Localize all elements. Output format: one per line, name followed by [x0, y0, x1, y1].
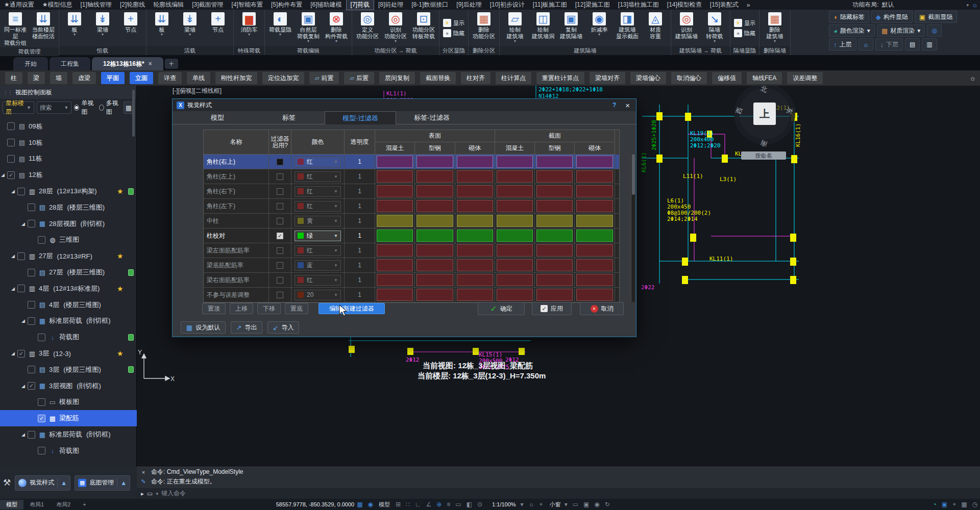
add-icon[interactable]: +: [952, 501, 956, 508]
toolbar-gear-icon[interactable]: ☼: [969, 74, 976, 82]
tree-checkbox[interactable]: [17, 252, 25, 260]
menu-item[interactable]: [2]轮廓线: [116, 0, 149, 10]
tree-checkbox[interactable]: [38, 398, 45, 406]
star-floor-dropdown[interactable]: 星标楼层▼: [3, 101, 34, 114]
panel-button-视觉样式[interactable]: 视觉样式▲: [15, 475, 70, 491]
filter-row-角柱(左下)[interactable]: 角柱(左下)红▼1: [204, 199, 619, 214]
menu-item[interactable]: [6]辅助建模: [306, 0, 346, 10]
layout-tab-布局1[interactable]: 布局1: [23, 500, 50, 509]
tree-checkbox[interactable]: ✓: [7, 171, 15, 179]
ribbon-button-建筑墙显示截面[interactable]: ◨建筑墙显示截面: [614, 11, 641, 45]
tree-item-28层视图[interactable]: ◢▦28层视图(剖切框): [0, 216, 137, 232]
star-icon[interactable]: ★: [117, 285, 124, 293]
filter-row-角柱(右下)[interactable]: 角柱(右下)红▼1: [204, 184, 619, 199]
ribbon-toggle-隐藏[interactable]: ●隐藏: [734, 29, 755, 37]
expander-icon[interactable]: ◢: [11, 189, 15, 194]
ribbon-button-材质容重[interactable]: ◬材质容重: [642, 11, 669, 45]
tree-checkbox[interactable]: [7, 139, 15, 146]
tool-梁[interactable]: 梁: [28, 72, 45, 84]
single-view-radio[interactable]: 单视图: [74, 99, 96, 116]
ribbon-button-自然层荷载复制[interactable]: ▣自然层荷载复制▾: [295, 11, 322, 45]
help-button[interactable]: ?: [608, 101, 620, 109]
tool-柱计算点[interactable]: 柱计算点: [496, 72, 531, 84]
layer-badge-icon[interactable]: [128, 334, 134, 341]
menu-item[interactable]: [12]梁施工图: [571, 0, 614, 10]
dialog-tab-标签[interactable]: 标签: [253, 111, 325, 124]
io-button-导出[interactable]: ↗导出: [231, 321, 262, 334]
color-dropdown[interactable]: 蓝▼: [295, 260, 341, 271]
ribbon-button-节点[interactable]: +节点: [204, 11, 232, 45]
layout-tab-+[interactable]: +: [77, 500, 92, 508]
dialog-close-icon[interactable]: ×: [623, 101, 632, 110]
tree-item-梁配筋[interactable]: ✓▩梁配筋: [0, 410, 137, 426]
filter-enabled-checkbox[interactable]: ✓: [277, 233, 283, 239]
doc-tab-12栋13栋16栋*[interactable]: 12栋13栋16栋*×: [92, 57, 163, 70]
expander-icon[interactable]: ◢: [11, 253, 15, 259]
tree-checkbox[interactable]: [17, 285, 25, 292]
confirm-button-应用[interactable]: ✓应用: [532, 302, 572, 315]
track-icon[interactable]: ⊙: [477, 501, 482, 508]
layout-value[interactable]: 默认: [882, 1, 964, 9]
confirm-button-取消[interactable]: ×取消: [580, 302, 624, 315]
panel-grip-icon[interactable]: ⋮⋮: [3, 90, 12, 95]
crosshair-icon[interactable]: +: [540, 501, 543, 508]
order-button-置底[interactable]: 置底: [285, 303, 308, 314]
ribbon-button-删除构件荷载[interactable]: ⊗删除构件荷载▾: [323, 11, 350, 45]
menu-item[interactable]: ★模型信息: [38, 0, 77, 10]
color-dropdown[interactable]: 20▼: [295, 290, 341, 300]
ribbon-button-折减率[interactable]: ◉折减率▾: [585, 11, 613, 45]
tree-item-27层[interactable]: ▤27层(楼层三维图): [0, 264, 137, 280]
构件显隐-button[interactable]: ◆构件显隐: [871, 11, 913, 23]
filter-row-柱校对[interactable]: 柱校对✓绿▼1: [204, 228, 619, 243]
menu-item[interactable]: »: [743, 1, 754, 9]
tree-item-模板图[interactable]: ▭模板图: [0, 394, 137, 411]
截面显隐-button[interactable]: ▣截面显隐: [915, 11, 957, 23]
tree-item-27层[interactable]: ◢▥27层(12#13#RF)★: [0, 248, 137, 264]
menu-item[interactable]: [1]轴线管理: [77, 0, 116, 10]
tree-checkbox[interactable]: [28, 431, 35, 439]
tool-立面[interactable]: 立面: [130, 72, 153, 84]
arrow-up-icon[interactable]: ▲: [120, 479, 127, 487]
color-dropdown[interactable]: 黄▼: [295, 216, 341, 226]
filter-enabled-checkbox[interactable]: [277, 173, 283, 180]
filter-enabled-checkbox[interactable]: [277, 188, 283, 195]
tool-刚性杆加宽[interactable]: 刚性杆加宽: [215, 72, 257, 84]
颜色渲染-button[interactable]: ◕颜色渲染▾: [829, 24, 875, 37]
polar-icon[interactable]: ∠: [426, 501, 432, 508]
filter-row-不参与误差调整[interactable]: 不参与误差调整20▼1: [204, 288, 619, 302]
zoom-caret-icon[interactable]: ▾: [521, 501, 524, 508]
tool-误差调整[interactable]: 误差调整: [787, 72, 823, 84]
menu-item[interactable]: [8-1]数据接口: [407, 0, 452, 10]
tree-scrollbar[interactable]: [132, 90, 135, 137]
display-icon[interactable]: ▣: [942, 501, 947, 508]
ribbon-button-绘制建筑墙[interactable]: ▱绘制建筑墙▾: [501, 11, 529, 45]
tab-close-icon[interactable]: ×: [149, 60, 152, 67]
io-button-设为默认[interactable]: ▦设为默认: [181, 321, 226, 334]
tree-checkbox[interactable]: ✓: [38, 415, 45, 422]
ribbon-button-节点[interactable]: +节点: [117, 11, 144, 45]
tree-checkbox[interactable]: [38, 447, 45, 454]
dialog-tab-模型-过滤器[interactable]: 模型-过滤器: [325, 111, 396, 124]
filter-row-梁右面筋配筋率[interactable]: 梁右面筋配筋率红▼1: [204, 273, 619, 288]
filter-row-梁左面筋配筋率[interactable]: 梁左面筋配筋率红▼1: [204, 243, 619, 258]
color-dropdown[interactable]: 红▼: [295, 275, 341, 286]
下层-button[interactable]: ↓下层: [875, 38, 903, 50]
order-button-上移[interactable]: 上移: [230, 303, 253, 314]
search-input[interactable]: 搜索▼: [37, 101, 71, 114]
tree-checkbox[interactable]: [38, 236, 45, 244]
ribbon-toggle-隐藏[interactable]: ●隐藏: [443, 29, 464, 37]
ribbon-button-删除功能分区[interactable]: ▦删除功能分区: [470, 11, 498, 45]
tool-虚梁[interactable]: 虚梁: [72, 72, 96, 84]
tree-item-3层视图[interactable]: ◢✓▦3层视图(剖切框): [0, 378, 137, 394]
filter-icon[interactable]: ▦: [357, 501, 362, 508]
tool-层间复制[interactable]: 层间复制: [379, 72, 415, 84]
tree-item-09栋[interactable]: ▤09栋: [0, 118, 137, 135]
menu-item[interactable]: 轮廓线编辑: [149, 0, 188, 10]
tree-checkbox[interactable]: [28, 301, 35, 309]
tool-轴线FEA[interactable]: 轴线FEA: [747, 72, 782, 84]
small-window-label[interactable]: 小窗: [550, 501, 561, 508]
tree-item-3层[interactable]: ◢✓▥3层(12-3)★: [0, 345, 137, 362]
ribbon-button-绘制建筑墙洞[interactable]: ◫绘制建筑墙洞: [529, 11, 557, 45]
ribbon-button-梁墙[interactable]: ↡梁墙▾: [176, 11, 204, 45]
command-input[interactable]: ▸ ▭ ▾ 键入命令: [137, 488, 980, 499]
